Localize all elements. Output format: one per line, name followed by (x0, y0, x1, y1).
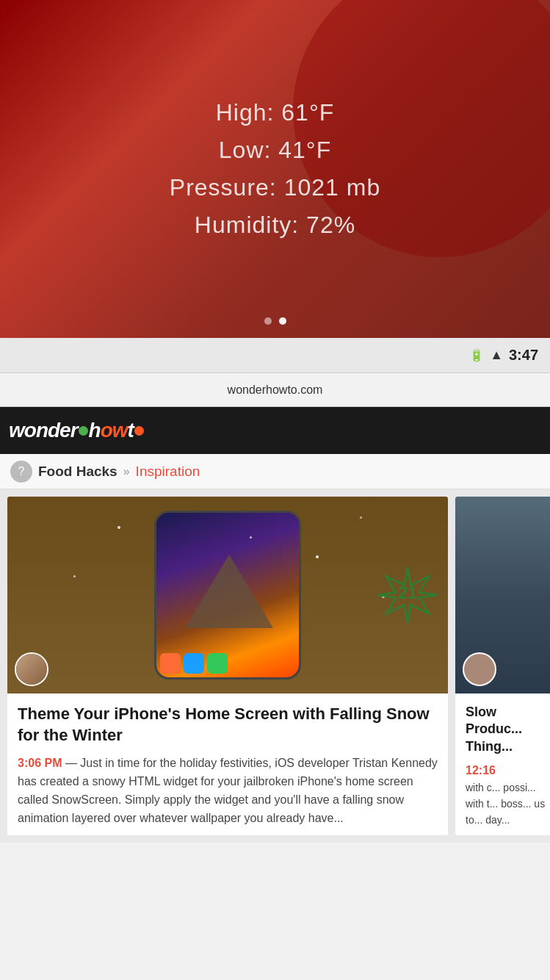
avatar-image-1 (16, 654, 47, 685)
article-title-1: Theme Your iPhone's Home Screen with Fal… (18, 704, 438, 746)
weather-widget: High: 61°F Low: 41°F Pressure: 1021 mb H… (0, 0, 550, 338)
weather-high: High: 61°F (170, 94, 380, 131)
svg-text:21: 21 (398, 583, 417, 602)
article-body-2: SlowProduc...Thing... 12:16 with c... po… (455, 693, 550, 835)
url-text: wonderhowto.com (228, 383, 323, 397)
breadcrumb: ? Food Hacks » Inspiration (0, 454, 550, 489)
article-time-2: 12:16 (466, 764, 496, 777)
phone-device (154, 511, 301, 680)
phone-icons (160, 653, 295, 674)
app-icon-1 (160, 653, 181, 674)
content-area: 21 Theme Your iPhone's Home Screen with … (0, 489, 550, 843)
article-title-2: SlowProduc...Thing... (466, 704, 548, 755)
status-bar: 🔋 ▲ 3:47 (0, 338, 550, 373)
breadcrumb-icon: ? (10, 461, 32, 483)
weather-humidity: Humidity: 72% (170, 206, 380, 244)
site-logo[interactable]: wonder h ow t (9, 419, 145, 442)
dot-1[interactable] (264, 317, 272, 325)
author-avatar-1 (15, 652, 48, 686)
wifi-icon: ▲ (490, 347, 503, 363)
weather-pressure: Pressure: 1021 mb (170, 169, 380, 206)
article-image-1: 21 (7, 497, 448, 693)
article-image-2 (455, 497, 550, 693)
phone-screen (156, 513, 299, 677)
article-excerpt-1: — Just in time for the holiday festiviti… (18, 757, 438, 824)
weather-details: High: 61°F Low: 41°F Pressure: 1021 mb H… (170, 94, 380, 245)
battery-icon: 🔋 (469, 348, 484, 362)
site-header: wonder h ow t (0, 407, 550, 454)
breadcrumb-current[interactable]: Inspiration (136, 464, 200, 480)
mountain-shape (185, 555, 273, 628)
dot-2[interactable] (279, 317, 286, 325)
article-card-2[interactable]: SlowProduc...Thing... 12:16 with c... po… (455, 497, 550, 835)
status-time: 3:47 (509, 347, 538, 364)
weather-low: Low: 41°F (170, 131, 380, 169)
article-thumbnail-2 (455, 497, 550, 693)
article-excerpt-2: with c... possi... with t... boss... us … (466, 780, 548, 828)
carousel-dots (264, 317, 286, 325)
url-bar[interactable]: wonderhowto.com (0, 373, 550, 407)
article-body-1: Theme Your iPhone's Home Screen with Fal… (7, 693, 448, 835)
breadcrumb-section[interactable]: Food Hacks (38, 464, 117, 480)
author-avatar-2 (463, 652, 496, 686)
article-time-1: 3:06 PM (18, 757, 62, 769)
article-card-1[interactable]: 21 Theme Your iPhone's Home Screen with … (7, 497, 448, 835)
app-icon-msg (207, 653, 228, 674)
app-icon-mail (184, 653, 204, 674)
article-badge-1: 21 (374, 562, 441, 628)
breadcrumb-separator: » (123, 465, 130, 478)
